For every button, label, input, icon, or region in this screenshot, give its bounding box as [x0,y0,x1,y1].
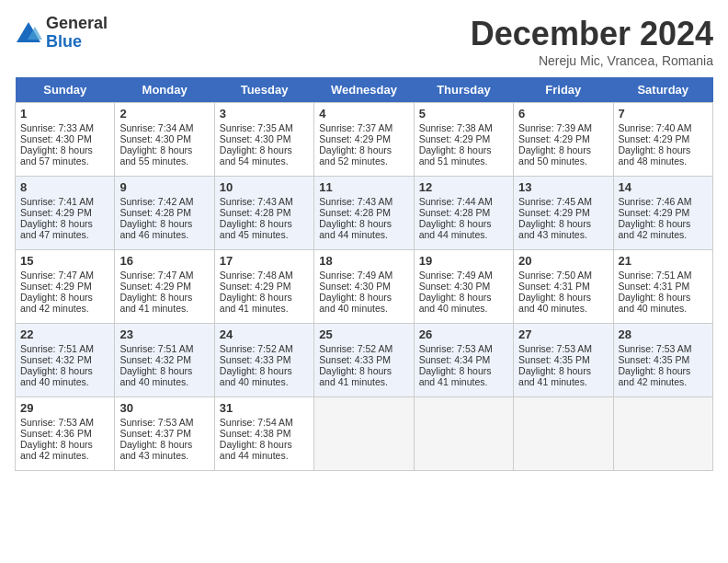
day-number: 28 [619,327,708,341]
day-info: Sunrise: 7:47 AMSunset: 4:29 PMDaylight:… [119,270,193,314]
day-number: 17 [220,254,309,268]
calendar-cell: 27Sunrise: 7:53 AMSunset: 4:35 PMDayligh… [514,324,613,397]
day-info: Sunrise: 7:45 AMSunset: 4:29 PMDaylight:… [518,196,592,240]
day-info: Sunrise: 7:53 AMSunset: 4:35 PMDaylight:… [619,343,692,387]
location: Nereju Mic, Vrancea, Romania [471,53,713,68]
calendar-week-5: 29Sunrise: 7:53 AMSunset: 4:36 PMDayligh… [16,397,713,471]
day-number: 24 [220,327,309,341]
calendar-week-4: 22Sunrise: 7:51 AMSunset: 4:32 PMDayligh… [16,324,713,397]
calendar-cell: 28Sunrise: 7:53 AMSunset: 4:35 PMDayligh… [613,324,712,397]
day-number: 23 [119,327,209,341]
day-number: 30 [119,401,209,415]
day-info: Sunrise: 7:51 AMSunset: 4:31 PMDaylight:… [619,270,692,314]
calendar-cell: 14Sunrise: 7:46 AMSunset: 4:29 PMDayligh… [613,177,712,250]
day-number: 5 [419,107,508,121]
calendar-cell: 2Sunrise: 7:34 AMSunset: 4:30 PMDaylight… [115,103,214,177]
day-number: 14 [619,180,708,194]
day-header-wednesday: Wednesday [314,77,414,103]
day-number: 1 [20,107,109,121]
day-info: Sunrise: 7:35 AMSunset: 4:30 PMDaylight:… [220,122,293,167]
calendar-cell: 10Sunrise: 7:43 AMSunset: 4:28 PMDayligh… [214,177,313,250]
calendar-cell: 4Sunrise: 7:37 AMSunset: 4:29 PMDaylight… [314,103,414,177]
calendar-cell: 15Sunrise: 7:47 AMSunset: 4:29 PMDayligh… [16,250,115,324]
logo-text: General Blue [46,15,108,52]
calendar-cell: 26Sunrise: 7:53 AMSunset: 4:34 PMDayligh… [414,324,513,397]
day-info: Sunrise: 7:52 AMSunset: 4:33 PMDaylight:… [220,343,293,387]
day-number: 9 [119,180,209,194]
logo-icon [15,19,42,47]
day-info: Sunrise: 7:54 AMSunset: 4:38 PMDaylight:… [220,417,293,461]
day-info: Sunrise: 7:42 AMSunset: 4:28 PMDaylight:… [119,196,193,240]
day-number: 13 [518,180,608,194]
day-header-sunday: Sunday [16,77,115,103]
day-info: Sunrise: 7:46 AMSunset: 4:29 PMDaylight:… [619,196,692,240]
logo: General Blue [15,15,108,52]
day-number: 4 [319,107,408,121]
day-number: 27 [518,327,608,341]
calendar-cell: 6Sunrise: 7:39 AMSunset: 4:29 PMDaylight… [514,103,613,177]
day-info: Sunrise: 7:50 AMSunset: 4:31 PMDaylight:… [518,270,592,314]
day-info: Sunrise: 7:33 AMSunset: 4:30 PMDaylight:… [20,122,94,167]
calendar-week-3: 15Sunrise: 7:47 AMSunset: 4:29 PMDayligh… [16,250,713,324]
calendar-cell: 22Sunrise: 7:51 AMSunset: 4:32 PMDayligh… [16,324,115,397]
day-number: 18 [319,254,408,268]
calendar-cell: 19Sunrise: 7:49 AMSunset: 4:30 PMDayligh… [414,250,513,324]
calendar-cell: 25Sunrise: 7:52 AMSunset: 4:33 PMDayligh… [314,324,414,397]
calendar-week-1: 1Sunrise: 7:33 AMSunset: 4:30 PMDaylight… [16,103,713,177]
day-number: 29 [20,401,109,415]
calendar-cell: 29Sunrise: 7:53 AMSunset: 4:36 PMDayligh… [16,397,115,471]
day-info: Sunrise: 7:43 AMSunset: 4:28 PMDaylight:… [220,196,293,240]
calendar-cell: 7Sunrise: 7:40 AMSunset: 4:29 PMDaylight… [613,103,712,177]
day-number: 20 [518,254,608,268]
day-number: 19 [419,254,508,268]
day-info: Sunrise: 7:49 AMSunset: 4:30 PMDaylight:… [319,270,392,314]
calendar-table: SundayMondayTuesdayWednesdayThursdayFrid… [15,77,713,471]
calendar-body: 1Sunrise: 7:33 AMSunset: 4:30 PMDaylight… [16,103,713,471]
calendar-cell: 21Sunrise: 7:51 AMSunset: 4:31 PMDayligh… [613,250,712,324]
day-number: 6 [518,107,608,121]
day-number: 15 [20,254,109,268]
day-number: 22 [20,327,109,341]
header: General Blue December 2024 Nereju Mic, V… [15,15,713,68]
calendar-cell: 9Sunrise: 7:42 AMSunset: 4:28 PMDaylight… [115,177,214,250]
calendar-cell: 17Sunrise: 7:48 AMSunset: 4:29 PMDayligh… [214,250,313,324]
calendar-cell [514,397,613,471]
day-number: 16 [119,254,209,268]
day-number: 8 [20,180,109,194]
day-info: Sunrise: 7:53 AMSunset: 4:37 PMDaylight:… [119,417,193,461]
day-number: 10 [220,180,309,194]
day-header-friday: Friday [514,77,613,103]
calendar-cell [314,397,414,471]
day-number: 7 [619,107,708,121]
calendar-cell: 13Sunrise: 7:45 AMSunset: 4:29 PMDayligh… [514,177,613,250]
day-header-thursday: Thursday [414,77,513,103]
day-number: 25 [319,327,408,341]
day-info: Sunrise: 7:53 AMSunset: 4:34 PMDaylight:… [419,343,493,387]
day-info: Sunrise: 7:51 AMSunset: 4:32 PMDaylight:… [20,343,94,387]
day-number: 3 [220,107,309,121]
day-info: Sunrise: 7:38 AMSunset: 4:29 PMDaylight:… [419,122,493,167]
day-header-monday: Monday [115,77,214,103]
day-header-saturday: Saturday [613,77,712,103]
day-info: Sunrise: 7:51 AMSunset: 4:32 PMDaylight:… [119,343,193,387]
day-number: 2 [119,107,209,121]
day-info: Sunrise: 7:39 AMSunset: 4:29 PMDaylight:… [518,122,592,167]
day-number: 21 [619,254,708,268]
calendar-cell: 8Sunrise: 7:41 AMSunset: 4:29 PMDaylight… [16,177,115,250]
calendar-week-2: 8Sunrise: 7:41 AMSunset: 4:29 PMDaylight… [16,177,713,250]
day-number: 31 [220,401,309,415]
day-info: Sunrise: 7:53 AMSunset: 4:36 PMDaylight:… [20,417,94,461]
calendar-cell [613,397,712,471]
day-number: 11 [319,180,408,194]
calendar-cell: 3Sunrise: 7:35 AMSunset: 4:30 PMDaylight… [214,103,313,177]
calendar-cell: 5Sunrise: 7:38 AMSunset: 4:29 PMDaylight… [414,103,513,177]
calendar-cell: 12Sunrise: 7:44 AMSunset: 4:28 PMDayligh… [414,177,513,250]
day-info: Sunrise: 7:43 AMSunset: 4:28 PMDaylight:… [319,196,392,240]
calendar-cell: 1Sunrise: 7:33 AMSunset: 4:30 PMDaylight… [16,103,115,177]
calendar-cell: 11Sunrise: 7:43 AMSunset: 4:28 PMDayligh… [314,177,414,250]
day-info: Sunrise: 7:52 AMSunset: 4:33 PMDaylight:… [319,343,392,387]
day-header-tuesday: Tuesday [214,77,313,103]
day-info: Sunrise: 7:37 AMSunset: 4:29 PMDaylight:… [319,122,392,167]
day-info: Sunrise: 7:41 AMSunset: 4:29 PMDaylight:… [20,196,94,240]
day-number: 26 [419,327,508,341]
